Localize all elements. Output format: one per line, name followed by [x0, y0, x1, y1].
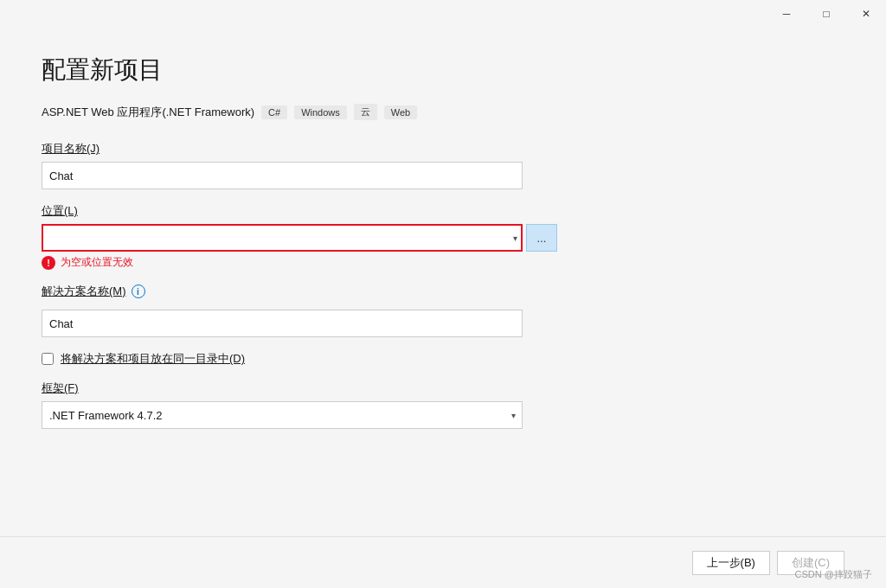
framework-section: 框架(F) .NET Framework 4.7.2.NET Framework…	[42, 380, 844, 429]
location-section: 位置(L) ▾ ... ! 为空或位置无效	[42, 203, 844, 270]
error-message-row: ! 为空或位置无效	[42, 255, 844, 270]
tag-web: Web	[384, 105, 417, 119]
back-button[interactable]: 上一步(B)	[692, 551, 770, 575]
subtitle-text: ASP.NET Web 应用程序(.NET Framework)	[42, 105, 254, 120]
browse-button[interactable]: ...	[526, 224, 557, 252]
watermark: CSDN @摔跤猫子	[795, 568, 872, 581]
tag-csharp: C#	[261, 105, 287, 119]
location-label: 位置(L)	[42, 203, 844, 219]
project-name-input[interactable]	[42, 162, 523, 189]
project-name-section: 项目名称(J)	[42, 141, 844, 189]
location-row: ▾ ...	[42, 224, 844, 252]
same-directory-label: 将解决方案和项目放在同一目录中(D)	[61, 351, 245, 367]
same-directory-row: 将解决方案和项目放在同一目录中(D)	[42, 351, 844, 367]
main-window: ─ □ ✕ 配置新项目 ASP.NET Web 应用程序(.NET Framew…	[0, 0, 886, 588]
solution-name-input[interactable]	[42, 310, 523, 337]
solution-name-section: 解决方案名称(M) i	[42, 284, 844, 337]
location-input-wrapper: ▾	[42, 224, 523, 252]
subtitle-row: ASP.NET Web 应用程序(.NET Framework) C# Wind…	[42, 104, 844, 120]
framework-select[interactable]: .NET Framework 4.7.2.NET Framework 4.8.N…	[42, 401, 523, 429]
tag-cloud: 云	[354, 104, 377, 120]
main-content: 配置新项目 ASP.NET Web 应用程序(.NET Framework) C…	[0, 28, 886, 536]
framework-label: 框架(F)	[42, 380, 844, 396]
location-input[interactable]	[42, 224, 523, 252]
error-text: 为空或位置无效	[61, 255, 133, 270]
minimize-button[interactable]: ─	[767, 0, 806, 28]
titlebar: ─ □ ✕	[0, 0, 886, 28]
solution-name-label: 解决方案名称(M)	[42, 284, 126, 299]
page-title: 配置新项目	[42, 54, 844, 86]
solution-label-row: 解决方案名称(M) i	[42, 284, 844, 299]
footer: 上一步(B) 创建(C)	[0, 536, 886, 588]
error-icon: !	[42, 256, 55, 270]
restore-button[interactable]: □	[806, 0, 846, 28]
info-icon[interactable]: i	[132, 284, 145, 298]
project-name-label: 项目名称(J)	[42, 141, 844, 157]
tag-windows: Windows	[294, 105, 347, 119]
close-button[interactable]: ✕	[846, 0, 886, 28]
framework-select-wrapper: .NET Framework 4.7.2.NET Framework 4.8.N…	[42, 401, 523, 429]
same-directory-checkbox[interactable]	[42, 353, 54, 365]
